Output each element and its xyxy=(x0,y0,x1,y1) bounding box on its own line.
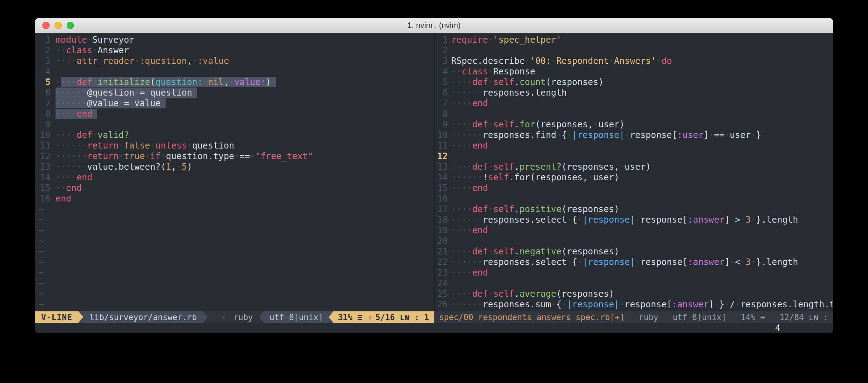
line-number: 14 xyxy=(35,172,51,183)
line-number: 19 xyxy=(435,225,448,236)
code-line[interactable]: 22······responses.select·{·|response|·re… xyxy=(435,257,833,268)
code-token: ·· xyxy=(56,183,66,193)
code-line[interactable]: 17····def·self.positive(responses) xyxy=(435,204,833,214)
empty-line-indicator: ~ xyxy=(35,225,434,236)
line-number: 5 xyxy=(435,77,448,88)
whitespace-dot: · xyxy=(134,88,140,98)
code-line[interactable]: 16end xyxy=(35,194,434,204)
code-token: ···· xyxy=(451,225,472,235)
code-line[interactable]: 23····end xyxy=(435,268,833,278)
empty-line-indicator: ~ xyxy=(35,299,434,310)
statusline-row: V-LINE lib/surveyor/answer.rb ‹ ruby utf… xyxy=(35,311,833,323)
line-number: 26 xyxy=(435,299,448,310)
powerline-separator xyxy=(259,311,264,323)
code-line[interactable]: 13······value.between?(1,·5) xyxy=(35,162,434,172)
code-line[interactable]: 9 xyxy=(35,119,434,130)
code-line[interactable]: 12······return·true·if·question.type·==·… xyxy=(35,151,434,162)
code-token: :answer xyxy=(688,257,724,267)
code-line[interactable]: 9····def·self.for(responses,·user) xyxy=(435,119,833,130)
code-line[interactable]: 2··class·Answer xyxy=(35,45,434,56)
code-text: ······value.between?(1,·5) xyxy=(56,162,192,172)
code-line[interactable]: 14····end xyxy=(35,172,434,183)
terminal-window: 1. nvim . (nvim) 1module·Surveyor2··clas… xyxy=(35,18,833,333)
code-line[interactable]: 13····def·self.present?(responses,·user) xyxy=(435,162,833,172)
whitespace-dot: ······ xyxy=(56,98,87,108)
code-token: ···· xyxy=(451,183,472,193)
code-line[interactable]: 25····def·self.average(responses) xyxy=(435,289,833,299)
whitespace-dot: · xyxy=(488,66,493,77)
visual-selection: ······@value·=·value xyxy=(56,98,165,108)
code-line[interactable]: 1module·Surveyor xyxy=(35,35,434,45)
code-prefix: · xyxy=(56,77,61,87)
whitespace-dot: ······ xyxy=(451,88,483,98)
code-line[interactable]: 6······@question·=·question xyxy=(35,88,434,98)
whitespace-dot: ···· xyxy=(451,98,472,108)
code-line[interactable]: 6······responses.length xyxy=(435,88,833,98)
code-line[interactable]: 10······responses.find·{·|response|·resp… xyxy=(435,130,833,140)
code-line[interactable]: 21····def·self.negative(responses) xyxy=(435,246,833,257)
code-line[interactable]: 8 xyxy=(435,109,833,119)
whitespace-dot: ······ xyxy=(451,257,483,267)
minimize-button[interactable] xyxy=(55,22,62,29)
titlebar[interactable]: 1. nvim . (nvim) xyxy=(35,18,833,33)
code-line[interactable]: 14······!self.for(responses,·user) xyxy=(435,172,833,183)
code-token: positive xyxy=(520,204,561,214)
code-line[interactable]: 4··class·Response xyxy=(435,66,833,77)
code-line[interactable]: 20 xyxy=(435,236,833,246)
line-number: 9 xyxy=(35,119,51,130)
whitespace-dot: · xyxy=(92,130,98,140)
editor-pane-left[interactable]: 1module·Surveyor2··class·Answer3····attr… xyxy=(35,33,434,311)
zoom-button[interactable] xyxy=(67,22,74,29)
whitespace-dot: ·· xyxy=(56,45,66,56)
visual-selection: ···def·initialize(question:·nil,·value:) xyxy=(61,77,276,87)
code-token: ······ xyxy=(56,151,87,161)
line-number: 21 xyxy=(435,246,448,257)
code-line[interactable]: 8····end xyxy=(35,109,434,119)
code-token: |response| xyxy=(582,257,635,267)
code-line[interactable]: 5····def·initialize(question:·nil,·value… xyxy=(35,77,434,88)
code-line[interactable]: 11······return·false·unless·question xyxy=(35,140,434,151)
whitespace-dot: · xyxy=(129,98,134,108)
code-token: return xyxy=(87,151,119,161)
code-line[interactable]: 16 xyxy=(435,194,833,204)
inactive-filename: spec/00_respondents_answers_spec.rb[+] xyxy=(434,313,624,322)
code-token: · xyxy=(229,77,234,87)
whitespace-dot: · xyxy=(87,35,92,45)
code-line[interactable]: 12 xyxy=(435,151,833,162)
code-line[interactable]: 10····def·valid? xyxy=(35,130,434,140)
command-line[interactable]: 4 xyxy=(35,323,833,333)
code-line[interactable]: 5····def·self.count(responses) xyxy=(435,77,833,88)
code-token: · xyxy=(145,151,150,161)
whitespace-dot: · xyxy=(56,77,61,87)
code-line[interactable]: 3····attr_reader·:question,·:value xyxy=(35,56,434,66)
code-text: ····attr_reader·:question,·:value xyxy=(56,56,229,66)
code-line[interactable]: 7······@value·=·value xyxy=(35,98,434,109)
code-text: ····end xyxy=(451,98,488,108)
code-line[interactable]: 18······responses.select·{·|response|·re… xyxy=(435,214,833,225)
code-token: · xyxy=(488,289,493,299)
whitespace-dot: · xyxy=(624,130,630,140)
code-line[interactable]: 15····end xyxy=(435,183,833,194)
code-line[interactable]: 2 xyxy=(435,45,833,56)
line-number: 3 xyxy=(435,56,448,66)
code-line[interactable]: 1require·'spec_helper' xyxy=(435,35,833,45)
empty-line-indicator: ~ xyxy=(35,257,434,268)
editor-pane-right[interactable]: 1require·'spec_helper'23RSpec.describe·'… xyxy=(434,33,833,311)
line-number: 14 xyxy=(435,172,448,183)
window-title: 1. nvim . (nvim) xyxy=(407,21,461,30)
whitespace-dot: · xyxy=(751,214,756,225)
thin-separator: ‹ xyxy=(367,311,373,323)
code-line[interactable]: 7····end xyxy=(435,98,833,109)
close-button[interactable] xyxy=(42,22,50,29)
code-line[interactable]: 19····end xyxy=(435,225,833,236)
code-token: ) xyxy=(266,77,271,87)
code-line[interactable]: 11····end xyxy=(435,140,833,151)
code-token: def xyxy=(472,162,488,172)
code-line[interactable]: 15··end xyxy=(35,183,434,194)
line-number: 3 xyxy=(35,56,51,66)
whitespace-dot: · xyxy=(730,214,735,225)
code-line[interactable]: 24 xyxy=(435,278,833,289)
code-line[interactable]: 26······responses.sum·{·|response|·respo… xyxy=(435,299,833,310)
code-line[interactable]: 4 xyxy=(35,66,434,77)
code-line[interactable]: 3RSpec.describe·'00:·Respondent·Answers'… xyxy=(435,56,833,66)
